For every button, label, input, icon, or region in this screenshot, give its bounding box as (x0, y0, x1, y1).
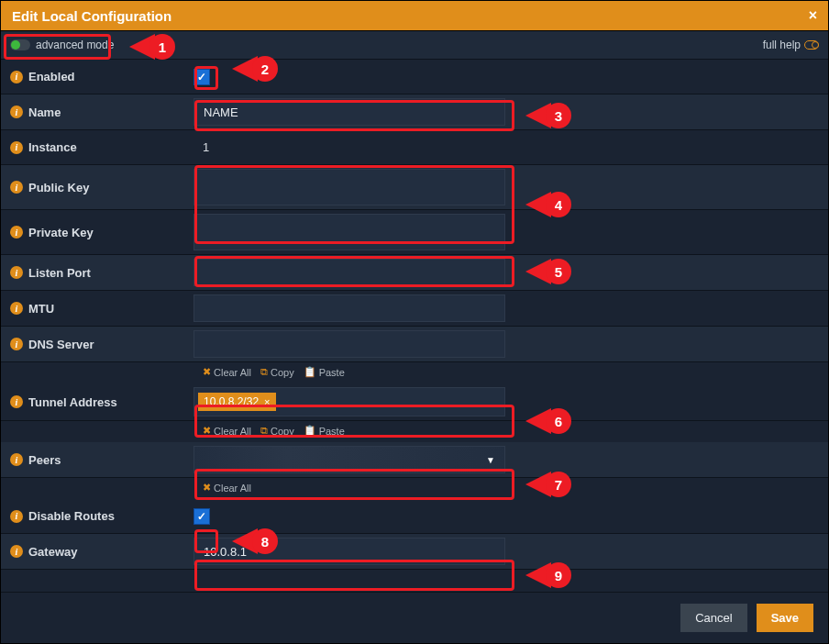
info-icon[interactable]: i (10, 453, 23, 466)
tag-remove-icon[interactable]: × (264, 396, 270, 407)
save-button[interactable]: Save (757, 604, 813, 632)
peers-actions: ✖Clear All (1, 478, 828, 499)
window-title: Edit Local Configuration (12, 8, 171, 24)
enabled-checkbox[interactable]: ✓ (193, 69, 210, 85)
info-icon[interactable]: i (10, 71, 23, 83)
mtu-input[interactable] (193, 294, 505, 322)
paste-button[interactable]: 📋Paste (304, 425, 345, 437)
dialog-footer: Cancel Save (1, 592, 828, 643)
public-key-input[interactable] (193, 169, 505, 205)
copy-icon: ⧉ (260, 425, 268, 437)
dns-server-input[interactable] (193, 330, 505, 358)
info-icon[interactable]: i (10, 338, 23, 350)
paste-button[interactable]: 📋Paste (304, 366, 345, 378)
private-key-input[interactable] (193, 214, 505, 250)
link-icon (804, 40, 819, 50)
advanced-mode-label: advanced mode (36, 39, 114, 51)
copy-icon: ⧉ (260, 366, 268, 378)
info-icon[interactable]: i (10, 105, 23, 118)
config-form: iEnabled ✓ iName iInstance 1 iPublic Key… (1, 60, 828, 570)
info-icon[interactable]: i (10, 395, 23, 408)
info-icon[interactable]: i (10, 141, 23, 154)
tunnel-address-input[interactable]: 10.0.8.2/32 × (193, 387, 505, 416)
row-enabled: iEnabled ✓ (1, 60, 828, 94)
peers-dropdown[interactable]: ▼ (193, 446, 505, 473)
row-mtu: iMTU (1, 291, 828, 327)
info-icon[interactable]: i (10, 545, 23, 558)
row-listen-port: iListen Port (1, 255, 828, 291)
row-public-key: iPublic Key (1, 165, 828, 210)
x-circle-icon: ✖ (203, 482, 211, 494)
info-icon[interactable]: i (10, 226, 23, 239)
row-disable-routes: iDisable Routes ✓ (1, 499, 828, 534)
x-circle-icon: ✖ (203, 366, 211, 378)
name-input[interactable] (193, 98, 505, 126)
gateway-input[interactable] (193, 538, 505, 565)
row-gateway: iGateway (1, 534, 828, 570)
advanced-mode-toggle[interactable]: advanced mode (10, 39, 114, 51)
info-icon[interactable]: i (10, 181, 23, 194)
info-icon[interactable]: i (10, 510, 23, 523)
clear-all-button[interactable]: ✖Clear All (203, 482, 251, 494)
copy-button[interactable]: ⧉Copy (260, 425, 294, 437)
titlebar: Edit Local Configuration × (1, 1, 828, 31)
x-circle-icon: ✖ (203, 425, 211, 437)
disable-routes-checkbox[interactable]: ✓ (193, 508, 210, 525)
listen-port-input[interactable] (193, 259, 505, 286)
row-dns-server: iDNS Server (1, 327, 828, 362)
row-instance: iInstance 1 (1, 130, 828, 165)
cancel-button[interactable]: Cancel (680, 604, 746, 632)
tunnel-actions: ✖Clear All ⧉Copy 📋Paste (1, 421, 828, 442)
clear-all-button[interactable]: ✖Clear All (203, 425, 251, 437)
full-help-link[interactable]: full help (763, 39, 819, 51)
topbar: advanced mode full help (1, 31, 828, 60)
row-peers: iPeers ▼ (1, 442, 828, 478)
copy-button[interactable]: ⧉Copy (260, 366, 294, 378)
dns-actions: ✖Clear All ⧉Copy 📋Paste (1, 362, 828, 383)
close-icon[interactable]: × (809, 7, 817, 24)
row-tunnel-address: iTunnel Address 10.0.8.2/32 × (1, 383, 828, 421)
info-icon[interactable]: i (10, 302, 23, 315)
full-help-label: full help (763, 39, 801, 51)
instance-value: 1 (193, 140, 209, 154)
tunnel-address-tag[interactable]: 10.0.8.2/32 × (198, 393, 276, 411)
chevron-down-icon: ▼ (486, 455, 495, 465)
paste-icon: 📋 (304, 366, 316, 378)
paste-icon: 📋 (304, 425, 316, 437)
toggle-icon (10, 39, 30, 50)
row-name: iName (1, 94, 828, 130)
row-private-key: iPrivate Key (1, 210, 828, 255)
clear-all-button[interactable]: ✖Clear All (203, 366, 251, 378)
info-icon[interactable]: i (10, 266, 23, 279)
